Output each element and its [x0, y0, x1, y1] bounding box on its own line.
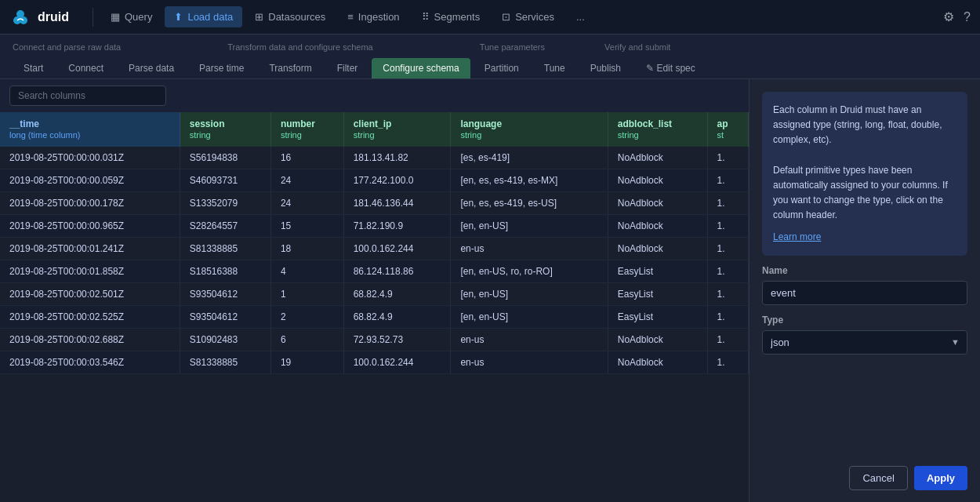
- cell-adblock_list: NoAdblock: [608, 215, 707, 238]
- wizard-tabs: Start Connect Parse data Parse time Tran…: [13, 58, 967, 78]
- cell-ap: 1.: [707, 260, 748, 283]
- col-header-number[interactable]: numberstring: [270, 112, 343, 147]
- tab-start[interactable]: Start: [13, 58, 54, 78]
- cancel-button[interactable]: Cancel: [849, 466, 907, 490]
- cell-number: 2: [270, 306, 343, 329]
- nav-right: ⚙ ?: [943, 9, 971, 24]
- col-header-language[interactable]: languagestring: [451, 112, 608, 147]
- cell-__time: 2019-08-25T00:00:02.688Z: [0, 329, 180, 351]
- nav-item-services[interactable]: ⊡ Services: [492, 6, 564, 27]
- nav-item-segments[interactable]: ⠿ Segments: [412, 6, 490, 27]
- query-icon: ▦: [111, 11, 120, 23]
- tab-connect[interactable]: Connect: [57, 58, 114, 78]
- cell-client_ip: 177.242.100.0: [343, 169, 451, 192]
- cell-client_ip: 181.13.41.82: [343, 147, 451, 169]
- table-row: 2019-08-25T00:00:00.965ZS282645571571.82…: [0, 215, 749, 238]
- cell-language: en-us: [451, 351, 608, 374]
- search-input[interactable]: [9, 85, 166, 106]
- cell-adblock_list: EasyList: [608, 260, 707, 283]
- cell-ap: 1.: [707, 238, 748, 260]
- table-area: __timelong (time column) sessionstring n…: [0, 79, 749, 502]
- table-row: 2019-08-25T00:00:02.525ZS93504612268.82.…: [0, 306, 749, 329]
- nav-item-load-data[interactable]: ⬆ Load data: [165, 6, 242, 27]
- tab-tune[interactable]: Tune: [533, 58, 576, 78]
- cell-client_ip: 72.93.52.73: [343, 329, 451, 351]
- data-table: __timelong (time column) sessionstring n…: [0, 112, 749, 502]
- cell-__time: 2019-08-25T00:00:00.965Z: [0, 215, 180, 238]
- logo-text: druid: [38, 10, 69, 24]
- cell-adblock_list: NoAdblock: [608, 238, 707, 260]
- cell-adblock_list: NoAdblock: [608, 192, 707, 215]
- cell-session: S13352079: [180, 192, 270, 215]
- tab-parse-time[interactable]: Parse time: [188, 58, 255, 78]
- table-row: 2019-08-25T00:00:03.546ZS8133888519100.0…: [0, 351, 749, 374]
- cell-session: S46093731: [180, 169, 270, 192]
- cell-__time: 2019-08-25T00:00:02.525Z: [0, 306, 180, 329]
- cell-__time: 2019-08-25T00:00:00.031Z: [0, 147, 180, 169]
- name-input[interactable]: [762, 281, 967, 305]
- wizard-sections: Connect and parse raw data Transform dat…: [13, 42, 967, 52]
- tab-transform[interactable]: Transform: [258, 58, 322, 78]
- tab-publish[interactable]: Publish: [579, 58, 632, 78]
- col-header-session[interactable]: sessionstring: [180, 112, 270, 147]
- panel-actions: Cancel Apply: [762, 466, 967, 490]
- cell-number: 24: [270, 192, 343, 215]
- cell-language: [en, en-US, ro, ro-RO]: [451, 260, 608, 283]
- cell-language: [en, en-US]: [451, 306, 608, 329]
- settings-icon[interactable]: ⚙: [943, 9, 954, 24]
- tab-partition[interactable]: Partition: [474, 58, 530, 78]
- cell-client_ip: 68.82.4.9: [343, 283, 451, 306]
- table-row: 2019-08-25T00:00:00.178ZS1335207924181.4…: [0, 192, 749, 215]
- col-header-adblock-list[interactable]: adblock_liststring: [608, 112, 707, 147]
- tab-edit-spec[interactable]: ✎ Edit spec: [635, 58, 706, 78]
- col-header-client-ip[interactable]: client_ipstring: [343, 112, 451, 147]
- cell-ap: 1.: [707, 147, 748, 169]
- cell-ap: 1.: [707, 306, 748, 329]
- cell-language: [en, es, es-419, es-US]: [451, 192, 608, 215]
- svg-point-2: [16, 10, 24, 18]
- wizard-section-transform: Transform data and configure schema: [221, 42, 379, 52]
- wizard-section-connect: Connect and parse raw data: [13, 42, 127, 52]
- cell-number: 16: [270, 147, 343, 169]
- cell-ap: 1.: [707, 215, 748, 238]
- cell-__time: 2019-08-25T00:00:03.546Z: [0, 351, 180, 374]
- cell-__time: 2019-08-25T00:00:00.178Z: [0, 192, 180, 215]
- nav-item-query[interactable]: ▦ Query: [101, 6, 162, 27]
- cell-ap: 1.: [707, 283, 748, 306]
- tab-configure-schema[interactable]: Configure schema: [372, 58, 470, 78]
- wizard-header: Connect and parse raw data Transform dat…: [0, 35, 980, 79]
- tab-parse-data[interactable]: Parse data: [118, 58, 185, 78]
- cell-adblock_list: NoAdblock: [608, 329, 707, 351]
- table-row: 2019-08-25T00:00:01.241ZS8133888518100.0…: [0, 238, 749, 260]
- name-field-group: Name: [762, 265, 967, 305]
- logo[interactable]: druid: [9, 6, 69, 28]
- cell-language: en-us: [451, 238, 608, 260]
- apply-button[interactable]: Apply: [914, 466, 967, 490]
- nav-items: ▦ Query ⬆ Load data ⊞ Datasources ≡ Inge…: [101, 6, 943, 27]
- cell-adblock_list: NoAdblock: [608, 351, 707, 374]
- learn-more-link[interactable]: Learn more: [773, 230, 956, 245]
- cell-client_ip: 86.124.118.86: [343, 260, 451, 283]
- table-row: 2019-08-25T00:00:00.031ZS5619483816181.1…: [0, 147, 749, 169]
- load-data-icon: ⬆: [174, 11, 183, 23]
- cell-__time: 2019-08-25T00:00:01.241Z: [0, 238, 180, 260]
- col-header-ap[interactable]: apst: [707, 112, 748, 147]
- cell-client_ip: 68.82.4.9: [343, 306, 451, 329]
- cell-__time: 2019-08-25T00:00:02.501Z: [0, 283, 180, 306]
- nav-divider: [93, 8, 93, 27]
- cell-language: [es, es-419]: [451, 147, 608, 169]
- tab-filter[interactable]: Filter: [326, 58, 369, 78]
- help-icon[interactable]: ?: [964, 10, 971, 24]
- tooltip-text-2: Default primitive types have been automa…: [773, 163, 956, 224]
- nav-item-ingestion[interactable]: ≡ Ingestion: [338, 6, 408, 27]
- nav-item-datasources[interactable]: ⊞ Datasources: [245, 6, 335, 27]
- nav-item-more[interactable]: ...: [567, 6, 594, 27]
- col-header-time[interactable]: __timelong (time column): [0, 112, 180, 147]
- cell-adblock_list: EasyList: [608, 283, 707, 306]
- cell-ap: 1.: [707, 351, 748, 374]
- tooltip-box: Each column in Druid must have an assign…: [762, 92, 967, 256]
- right-panel: Each column in Druid must have an assign…: [749, 79, 980, 502]
- cell-client_ip: 100.0.162.244: [343, 238, 451, 260]
- type-select[interactable]: string long float double json complex: [762, 330, 967, 355]
- cell-language: [en, es, es-419, es-MX]: [451, 169, 608, 192]
